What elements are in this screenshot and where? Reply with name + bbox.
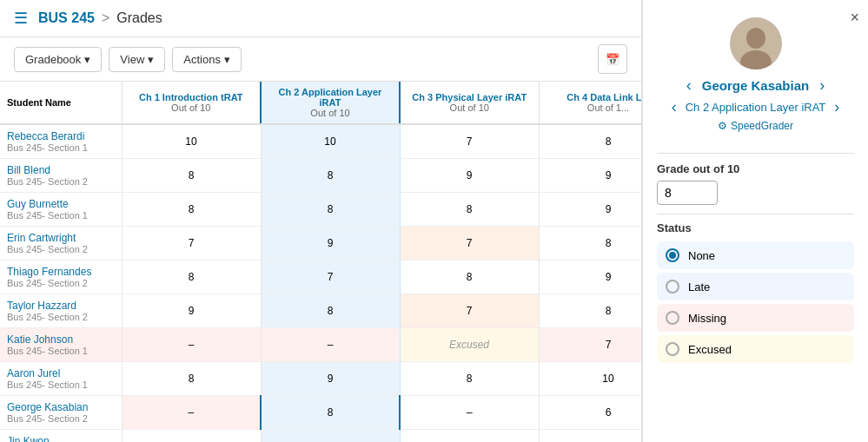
ch1-cell[interactable]: 8 bbox=[122, 193, 261, 227]
status-excused-option[interactable]: Excused bbox=[657, 335, 854, 363]
next-student-button[interactable]: › bbox=[816, 76, 828, 95]
ch3-header[interactable]: Ch 3 Physical Layer iRAT Out of 10 bbox=[400, 82, 539, 124]
ch4-cell[interactable]: 7 bbox=[539, 328, 641, 362]
course-title: BUS 245 bbox=[38, 10, 95, 26]
ch3-cell[interactable]: 8 bbox=[400, 193, 539, 227]
ch3-cell[interactable]: 9 bbox=[400, 159, 539, 193]
student-name-link[interactable]: Bill Blend bbox=[7, 164, 50, 176]
student-section: Bus 245- Section 1 bbox=[7, 210, 115, 221]
ch2-cell[interactable]: 8 bbox=[261, 294, 400, 328]
prev-student-button[interactable]: ‹ bbox=[683, 76, 695, 95]
ch4-cell[interactable]: 8 bbox=[539, 430, 641, 443]
table-row: Katie JohnsonBus 245- Section 1––Excused… bbox=[0, 328, 641, 362]
table-row: Aaron JurelBus 245- Section 189810 bbox=[0, 362, 641, 396]
ch1-cell[interactable]: 9 bbox=[122, 294, 261, 328]
ch4-cell[interactable]: 9 bbox=[539, 261, 641, 294]
status-none-label: None bbox=[688, 249, 715, 262]
student-name-link[interactable]: Rebecca Berardi bbox=[7, 130, 84, 142]
student-name-link[interactable]: Thiago Fernandes bbox=[7, 266, 91, 278]
grade-label: Grade out of 10 bbox=[657, 162, 854, 175]
status-missing-option[interactable]: Missing bbox=[657, 304, 854, 332]
status-label: Status bbox=[657, 221, 854, 234]
student-name-link[interactable]: Guy Burnette bbox=[7, 198, 69, 210]
actions-button[interactable]: Actions ▾ bbox=[172, 47, 242, 72]
ch3-cell[interactable]: 9 bbox=[400, 430, 539, 443]
status-none-option[interactable]: None bbox=[657, 241, 854, 269]
ch3-cell[interactable]: 7 bbox=[400, 294, 539, 328]
close-button[interactable]: × bbox=[850, 9, 859, 27]
assignment-nav: ‹ Ch 2 Application Layer iRAT › bbox=[657, 98, 854, 116]
ch3-cell[interactable]: Excused bbox=[400, 328, 539, 362]
ch1-cell[interactable]: – bbox=[122, 328, 261, 362]
next-assignment-button[interactable]: › bbox=[831, 98, 843, 116]
ch1-cell[interactable]: 4 bbox=[122, 430, 261, 443]
actions-chevron-icon: ▾ bbox=[224, 53, 230, 66]
student-name-link[interactable]: Katie Johnson bbox=[7, 333, 73, 346]
svg-point-1 bbox=[746, 28, 765, 49]
speedgrader-link[interactable]: ⚙ SpeedGrader bbox=[718, 120, 793, 132]
calendar-icon-button[interactable]: 📅 bbox=[598, 44, 627, 74]
ch4-cell[interactable]: 8 bbox=[539, 124, 641, 159]
student-profile: ‹ George Kasabian › ‹ Ch 2 Application L… bbox=[643, 0, 868, 153]
ch4-header[interactable]: Ch 4 Data Link L... Out of 1... bbox=[539, 82, 641, 124]
table-row: Guy BurnetteBus 245- Section 18889 bbox=[0, 193, 641, 227]
status-late-option[interactable]: Late bbox=[657, 273, 854, 300]
student-cell: Bill BlendBus 245- Section 2 bbox=[0, 159, 122, 193]
ch2-header[interactable]: Ch 2 Application Layer iRAT Out of 10 bbox=[261, 82, 400, 124]
ch1-cell[interactable]: 8 bbox=[122, 159, 261, 193]
ch2-cell[interactable]: 10 bbox=[261, 430, 400, 443]
student-section: Bus 245- Section 2 bbox=[7, 312, 115, 322]
ch1-header[interactable]: Ch 1 Introduction tRAT Out of 10 bbox=[122, 82, 261, 124]
ch2-cell[interactable]: 9 bbox=[261, 362, 400, 396]
student-name-link[interactable]: Erin Cartwright bbox=[7, 232, 76, 244]
ch3-cell[interactable]: – bbox=[400, 396, 539, 430]
ch2-cell[interactable]: 8 bbox=[261, 193, 400, 227]
status-excused-radio[interactable] bbox=[666, 342, 679, 356]
ch2-cell[interactable]: – bbox=[261, 328, 400, 362]
ch3-cell[interactable]: 7 bbox=[400, 124, 539, 159]
student-name-link[interactable]: Aaron Jurel bbox=[7, 367, 60, 379]
ch3-cell[interactable]: 7 bbox=[400, 227, 539, 261]
ch2-cell[interactable]: 9 bbox=[261, 227, 400, 261]
assignment-name-display: Ch 2 Application Layer iRAT bbox=[686, 101, 826, 114]
student-name-link[interactable]: George Kasabian bbox=[7, 401, 88, 413]
student-cell: Erin CartwrightBus 245- Section 2 bbox=[0, 227, 122, 261]
student-name-link[interactable]: Jin Kwon bbox=[7, 435, 50, 442]
ch4-cell[interactable]: 8 bbox=[539, 294, 641, 328]
ch4-cell[interactable]: 9 bbox=[539, 159, 641, 193]
ch2-cell[interactable]: 10 bbox=[261, 124, 400, 159]
ch4-cell[interactable]: 6 bbox=[539, 396, 641, 430]
view-label: View bbox=[120, 53, 144, 66]
speedgrader-icon: ⚙ bbox=[718, 120, 727, 132]
status-none-radio[interactable] bbox=[666, 248, 679, 262]
status-late-radio[interactable] bbox=[666, 280, 679, 294]
ch3-cell[interactable]: 8 bbox=[400, 362, 539, 396]
table-row: Jin KwonBus 245- Section 241098 bbox=[0, 430, 641, 443]
gradebook-button[interactable]: Gradebook ▾ bbox=[14, 47, 102, 72]
ch1-cell[interactable]: 8 bbox=[122, 362, 261, 396]
ch1-cell[interactable]: 8 bbox=[122, 261, 261, 294]
ch4-cell[interactable]: 10 bbox=[539, 362, 641, 396]
ch1-cell[interactable]: 7 bbox=[122, 227, 261, 261]
ch4-cell[interactable]: 9 bbox=[539, 193, 641, 227]
view-button[interactable]: View ▾ bbox=[109, 47, 165, 72]
ch3-cell[interactable]: 8 bbox=[400, 261, 539, 294]
ch2-cell[interactable]: 7 bbox=[261, 261, 400, 294]
grade-section: Grade out of 10 bbox=[643, 154, 868, 214]
ch1-cell[interactable]: – bbox=[122, 396, 261, 430]
ch1-cell[interactable]: 10 bbox=[122, 124, 261, 159]
student-name-display: George Kasabian bbox=[702, 78, 809, 93]
ch2-cell[interactable]: 8 bbox=[261, 159, 400, 193]
prev-assignment-button[interactable]: ‹ bbox=[668, 98, 680, 116]
ch4-cell[interactable]: 8 bbox=[539, 227, 641, 261]
status-section: Status None Late Missing Excused bbox=[643, 214, 868, 373]
status-missing-radio[interactable] bbox=[666, 311, 679, 325]
breadcrumb-separator: > bbox=[102, 10, 109, 26]
student-name-link[interactable]: Taylor Hazzard bbox=[7, 300, 76, 312]
menu-icon[interactable]: ☰ bbox=[14, 9, 28, 28]
ch2-cell[interactable]: 8 bbox=[261, 396, 400, 430]
student-cell: Katie JohnsonBus 245- Section 1 bbox=[0, 328, 122, 362]
table-row: Rebecca BerardiBus 245- Section 1101078 bbox=[0, 124, 641, 159]
grade-input[interactable] bbox=[657, 181, 718, 205]
student-section: Bus 245- Section 1 bbox=[7, 379, 115, 390]
